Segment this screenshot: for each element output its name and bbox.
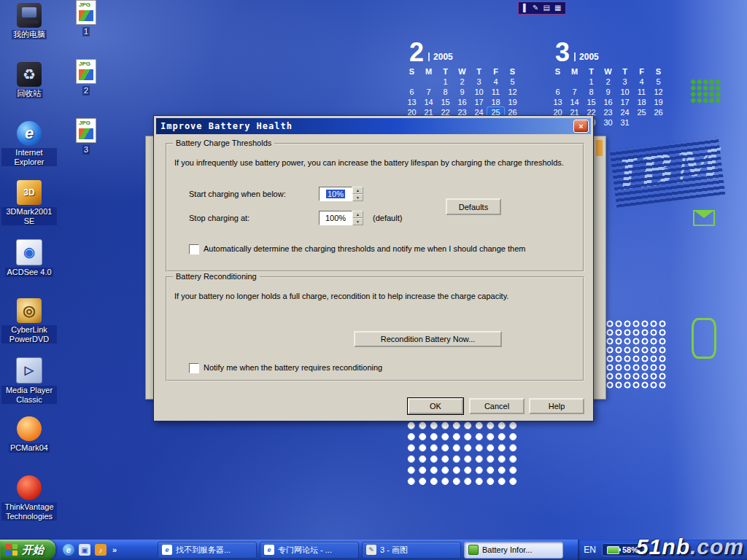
keyboard-icon[interactable]: ▦: [554, 3, 561, 13]
calendar-date: 3: [616, 77, 633, 87]
task-label: Battery Infor...: [482, 545, 532, 554]
task-label: 找不到服务器...: [176, 545, 231, 556]
calendar-date: 30: [600, 117, 616, 128]
start-button[interactable]: 开始: [0, 540, 55, 560]
icon-glyph: ◎: [23, 303, 35, 318]
close-button[interactable]: ×: [573, 120, 589, 133]
icon-label: 回收站: [16, 89, 43, 98]
desktop-icon-internet-explorer[interactable]: eInternet Explorer: [1, 121, 57, 180]
desktop-icon-acdsee[interactable]: ◉ACDSee 4.0: [1, 239, 57, 298]
calendar-date: 8: [437, 87, 454, 97]
cancel-button[interactable]: Cancel: [469, 398, 525, 414]
calendar-day-header: M: [420, 66, 437, 77]
calendar-date: 31: [616, 117, 633, 128]
group-description: If your battery no longer holds a full c…: [174, 291, 576, 301]
dialog-title: Improve Battery Health: [160, 121, 573, 131]
calendar-date: 18: [487, 97, 504, 107]
spinner-buttons: ▲ ▼: [352, 211, 363, 225]
desktop-icon-3dmark2001-se[interactable]: 3D3DMark2001 SE: [1, 180, 57, 239]
ok-button[interactable]: OK: [408, 398, 463, 414]
calendar-date: 6: [549, 87, 566, 97]
quick-launch-internet-explorer-icon[interactable]: e: [63, 544, 74, 556]
gauge-fragment: [596, 140, 603, 156]
start-charging-input[interactable]: 10%: [319, 187, 352, 201]
task-label: 3 - 画图: [380, 545, 408, 556]
notify-reconditioning-label: Notify me when the battery requires reco…: [204, 363, 382, 372]
calendar-day-header: T: [437, 66, 454, 77]
taskbar-task[interactable]: ✎3 - 画图: [362, 542, 461, 559]
calendar-date: 19: [504, 97, 521, 107]
taskbar-task[interactable]: e找不到服务器...: [158, 542, 257, 559]
calendar-date: 8: [583, 87, 600, 97]
taskbar-task[interactable]: e专门网论坛 - ...: [260, 542, 359, 559]
desktop-icon-thinkvantage-technologies[interactable]: ThinkVantage Technologies: [1, 475, 57, 534]
task-label: 专门网论坛 - ...: [278, 545, 332, 556]
quick-launch-chevron-icon[interactable]: »: [111, 544, 118, 556]
3dmark2001-se-icon: 3D: [17, 180, 42, 205]
taskbar: 开始 e▣♪» e找不到服务器...e专门网论坛 - ...✎3 - 画图Bat…: [0, 540, 747, 560]
calendar-february: 22005SMTWTFS1234567891011121314151617181…: [403, 39, 521, 117]
stop-charging-input[interactable]: 100%: [319, 211, 352, 225]
wallpaper-ring-dots-pattern: [597, 319, 667, 389]
floating-toolbar[interactable]: ▌✎▤▦: [518, 1, 566, 15]
recondition-battery-button[interactable]: Recondition Battery Now...: [354, 331, 502, 347]
spin-up-icon[interactable]: ▲: [352, 211, 363, 218]
dialog-titlebar[interactable]: Improve Battery Health ×: [156, 118, 591, 134]
icon-glyph: 3D: [23, 188, 34, 197]
internet-explorer-icon: e: [17, 121, 42, 146]
calendar-empty-cell: [566, 77, 583, 87]
quick-launch-media-player-icon[interactable]: ♪: [95, 544, 107, 556]
watermark-part1: 51nb: [636, 534, 690, 559]
quick-launch-show-desktop-icon[interactable]: ▣: [79, 544, 90, 556]
calendar-day-header: T: [616, 66, 633, 77]
calendar-date: 25: [633, 107, 650, 117]
calendar-empty-cell: [633, 117, 650, 128]
desktop-icon-jpg-file-1[interactable]: JPG1: [58, 0, 114, 59]
calendar-date: 7: [420, 87, 437, 97]
icon-label: ThinkVantage Technologies: [1, 502, 57, 521]
calendar-day-header: S: [650, 66, 667, 77]
desktop-icon-jpg-file-3[interactable]: JPG3: [58, 118, 114, 177]
watermark-part2: .com: [690, 534, 744, 559]
stop-charging-label: Stop charging at:: [189, 214, 249, 222]
tablet-icon[interactable]: ▤: [543, 3, 549, 13]
spin-down-icon[interactable]: ▼: [352, 218, 363, 225]
icon-label: 1: [82, 27, 90, 36]
calendar-day-header: T: [583, 66, 600, 77]
desktop-icon-my-computer[interactable]: 我的电脑: [1, 3, 57, 62]
calendar-day-header: F: [487, 66, 504, 77]
defaults-button[interactable]: Defaults: [446, 198, 501, 215]
calendar-date: 9: [454, 87, 471, 97]
taskbar-task[interactable]: Battery Infor...: [464, 542, 563, 559]
spin-up-icon[interactable]: ▲: [352, 187, 363, 194]
spin-down-icon[interactable]: ▼: [352, 194, 363, 201]
icon-label: Media Player Classic: [1, 386, 57, 404]
calendar-date: 10: [616, 87, 633, 97]
calendar-date: 9: [600, 87, 616, 97]
desktop-icon-cyberlink-powerdvd[interactable]: ◎CyberLink PowerDVD: [1, 298, 57, 357]
calendar-day-header: S: [403, 66, 420, 77]
desktop: IBM ▌✎▤▦ 我的电脑♻回收站eInternet Explorer3D3DM…: [0, 0, 747, 560]
desktop-icon-recycle-bin[interactable]: ♻回收站: [1, 62, 57, 121]
desktop-icon-jpg-file-2[interactable]: JPG2: [58, 59, 114, 118]
flag-cell: [12, 551, 18, 556]
notify-reconditioning-checkbox[interactable]: [189, 363, 199, 373]
desktop-icon-media-player-classic[interactable]: ▷Media Player Classic: [1, 357, 57, 416]
my-computer-icon: [17, 3, 42, 28]
flag-cell: [12, 544, 18, 549]
calendar-empty-cell: [420, 77, 437, 87]
flag-cell: [6, 551, 11, 556]
handle-icon[interactable]: ▌: [523, 3, 528, 13]
battery-reconditioning-group: Battery Reconditioning If your battery n…: [166, 276, 584, 381]
icon-glyph: JPG: [79, 120, 90, 126]
stop-charging-spinner[interactable]: 100% ▲ ▼: [319, 211, 363, 225]
calendar-date: 23: [600, 107, 616, 117]
wallpaper-dots-pattern: [406, 420, 519, 487]
auto-thresholds-checkbox[interactable]: [189, 244, 199, 254]
language-indicator[interactable]: EN: [584, 545, 596, 555]
pen-icon[interactable]: ✎: [533, 3, 538, 13]
desktop-icon-pcmark04[interactable]: PCMark04: [1, 416, 57, 475]
help-button[interactable]: Help: [529, 398, 584, 414]
stop-charging-value: 100%: [325, 214, 346, 222]
start-charging-spinner[interactable]: 10% ▲ ▼: [319, 187, 363, 201]
